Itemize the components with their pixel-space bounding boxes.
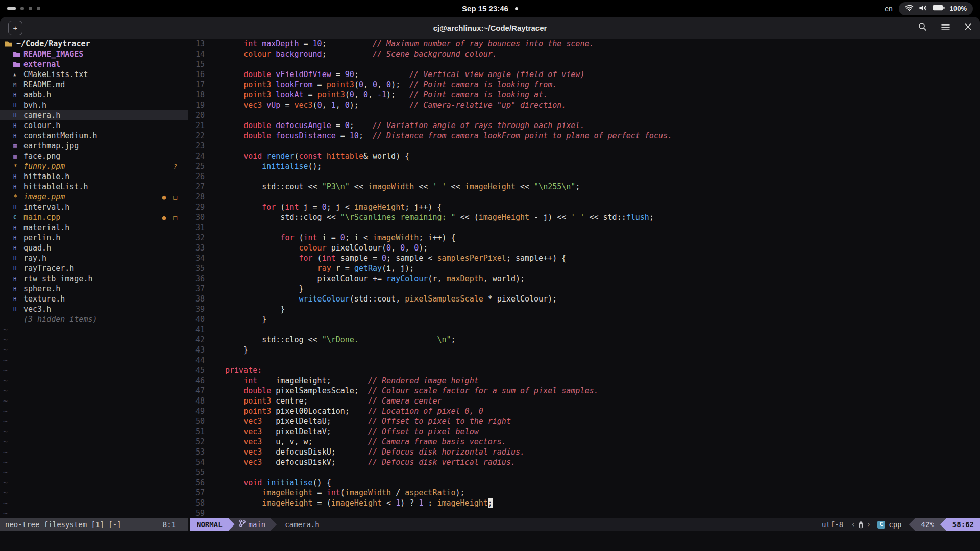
new-tab-button[interactable]: + [8, 21, 22, 35]
tree-item-external[interactable]: external [0, 59, 188, 69]
code-line[interactable]: 20 [188, 110, 980, 120]
tree-item-(3 hidden items)[interactable]: (3 hidden items) [0, 314, 188, 324]
system-status-menu[interactable]: 100% [899, 2, 973, 15]
tree-item-image.ppm[interactable]: *image.ppm● □ [0, 192, 188, 202]
tree-item-ray.h[interactable]: Hray.h [0, 253, 188, 263]
code-line[interactable]: 34 for (int sample = 0; sample < samples… [188, 253, 980, 263]
code-line[interactable]: 13 int maxDepth = 10; // Maximum number … [188, 39, 980, 49]
code-line[interactable]: 58 imageHeight = (imageHeight < 1) ? 1 :… [188, 498, 980, 508]
tree-item-hittableList.h[interactable]: HhittableList.h [0, 182, 188, 192]
tree-item-README.md[interactable]: MREADME.md [0, 80, 188, 90]
code-line[interactable]: 16 double vFieldOfView = 90; // Vertical… [188, 69, 980, 80]
code-line[interactable]: 50 vec3 pixelDeltaU; // Offset to pixel … [188, 416, 980, 427]
menu-icon[interactable] [941, 23, 950, 33]
neotree-statusline[interactable]: neo-tree filesystem [1] [-] 8:1 [0, 518, 188, 531]
code-line[interactable]: 45private: [188, 365, 980, 375]
workspace-dot[interactable] [29, 7, 32, 10]
code-line[interactable]: 15 [188, 59, 980, 69]
code-line[interactable]: 28 [188, 192, 980, 202]
code-line[interactable]: 39 } [188, 304, 980, 314]
clock-menu[interactable]: Sep 15 23:46 [462, 4, 518, 13]
tree-item-perlin.h[interactable]: Hperlin.h [0, 233, 188, 243]
code-line[interactable]: 36 pixelColour += rayColour(r, maxDepth,… [188, 273, 980, 284]
code-line[interactable]: 32 for (int i = 0; i < imageWidth; i++) … [188, 233, 980, 243]
tree-item-funny.ppm[interactable]: *funny.ppm? [0, 161, 188, 171]
code-line[interactable]: 18 point3 lookAt = point3(0, 0, -1); // … [188, 90, 980, 100]
close-icon[interactable] [964, 23, 972, 33]
code-line[interactable]: 35 ray r = getRay(i, j); [188, 263, 980, 273]
code-token [225, 90, 243, 99]
tree-item-vec3.h[interactable]: Hvec3.h [0, 304, 188, 314]
code-line[interactable]: 23 [188, 141, 980, 151]
code-line[interactable]: 46 int imageHeight; // Rendered image he… [188, 375, 980, 386]
code-line[interactable]: 47 double pixelSamplesScale; // Colour s… [188, 386, 980, 396]
code-line[interactable]: 29 for (int j = 0; j < imageHeight; j++)… [188, 202, 980, 212]
code-line[interactable]: 31 [188, 222, 980, 233]
code-token: << [516, 182, 534, 191]
code-line[interactable]: 53 vec3 defocusDiskU; // Defocus disk ho… [188, 447, 980, 457]
search-icon[interactable] [918, 22, 927, 33]
code-token: // Camera-relative "up" direction. [409, 101, 566, 110]
code-line[interactable]: 24 void render(const hittable& world) { [188, 151, 980, 161]
code-line[interactable]: 30 std::clog << "\rScanlines remaining: … [188, 212, 980, 222]
tree-item-quad.h[interactable]: Hquad.h [0, 243, 188, 253]
tree-item-texture.h[interactable]: Htexture.h [0, 294, 188, 304]
code-line[interactable]: 21 double defocusAngle = 0; // Variation… [188, 120, 980, 131]
tree-item-earthmap.jpg[interactable]: ▦earthmap.jpg [0, 141, 188, 151]
tree-item-main.cpp[interactable]: Cmain.cpp● □ [0, 212, 188, 222]
code-line[interactable]: 52 vec3 u, v, w; // Camera frame basis v… [188, 437, 980, 447]
code-line[interactable]: 41 [188, 324, 980, 335]
editor-pane[interactable]: 13 int maxDepth = 10; // Maximum number … [188, 39, 980, 518]
code-line[interactable]: 56 void initialise() { [188, 478, 980, 488]
tree-item-rayTracer.h[interactable]: HrayTracer.h [0, 263, 188, 273]
code-line[interactable]: 54 vec3 defocusDiskV; // Defocus disk ve… [188, 457, 980, 467]
code-token [271, 80, 276, 89]
keyboard-layout-indicator[interactable]: en [885, 5, 893, 13]
tree-item-hittable.h[interactable]: Hhittable.h [0, 171, 188, 182]
code-token: ; [451, 335, 456, 344]
code-line[interactable]: 59 [188, 508, 980, 518]
code-line[interactable]: 14 colour background; // Scene backgroun… [188, 49, 980, 59]
workspace-indicators[interactable] [7, 7, 40, 10]
tree-item-interval.h[interactable]: Hinterval.h [0, 202, 188, 212]
code-token: ( [276, 203, 285, 212]
command-line[interactable] [0, 531, 980, 551]
code-line[interactable]: 33 colour pixelColour(0, 0, 0); [188, 243, 980, 253]
tree-root-item[interactable]: ~/Code/Raytracer [0, 39, 188, 49]
code-line[interactable]: 40 } [188, 314, 980, 324]
code-token: // Point camera is looking at. [409, 90, 548, 99]
tree-item-CMakeLists.txt[interactable]: ▲CMakeLists.txt [0, 69, 188, 80]
code-line[interactable]: 38 writeColour(std::cout, pixelSamplesSc… [188, 294, 980, 304]
tree-item-face.png[interactable]: ▦face.png [0, 151, 188, 161]
tree-item-colour.h[interactable]: Hcolour.h [0, 120, 188, 131]
tree-item-aabb.h[interactable]: Haabb.h [0, 90, 188, 100]
tree-item-sphere.h[interactable]: Hsphere.h [0, 284, 188, 294]
linux-penguin-icon [858, 518, 864, 531]
code-line[interactable]: 55 [188, 467, 980, 478]
workspace-dot[interactable] [37, 7, 40, 10]
code-line[interactable]: 17 point3 lookFrom = point3(0, 0, 0); //… [188, 80, 980, 90]
workspace-active-indicator[interactable] [7, 7, 16, 10]
tree-item-bvh.h[interactable]: Hbvh.h [0, 100, 188, 110]
code-line[interactable]: 37 } [188, 284, 980, 294]
code-line[interactable]: 48 point3 centre; // Camera center [188, 396, 980, 406]
code-line[interactable]: 44 [188, 355, 980, 365]
tree-item-README_IMAGES[interactable]: README_IMAGES [0, 49, 188, 59]
code-line[interactable]: 57 imageHeight = int(imageWidth / aspect… [188, 488, 980, 498]
neo-tree-panel[interactable]: ~/Code/RaytracerREADME_IMAGESexternal▲CM… [0, 39, 188, 518]
tree-item-rtw_stb_image.h[interactable]: Hrtw_stb_image.h [0, 273, 188, 284]
tree-item-constantMedium.h[interactable]: HconstantMedium.h [0, 131, 188, 141]
code-line[interactable]: 19 vec3 vUp = vec3(0, 1, 0); // Camera-r… [188, 100, 980, 110]
code-line[interactable]: 25 initialise(); [188, 161, 980, 171]
code-line[interactable]: 26 [188, 171, 980, 182]
code-line[interactable]: 51 vec3 pixelDeltaV; // Offset to pixel … [188, 427, 980, 437]
tree-item-material.h[interactable]: Hmaterial.h [0, 222, 188, 233]
code-line[interactable]: 22 double focusDistance = 10; // Distanc… [188, 131, 980, 141]
workspace-dot[interactable] [20, 7, 24, 10]
tree-item-label: face.png [23, 152, 60, 161]
code-line[interactable]: 42 std::clog << "\rDone. \n"; [188, 335, 980, 345]
tree-item-camera.h[interactable]: Hcamera.h [0, 110, 188, 120]
code-line[interactable]: 27 std::cout << "P3\n" << imageWidth << … [188, 182, 980, 192]
code-line[interactable]: 43 } [188, 345, 980, 355]
code-line[interactable]: 49 point3 pixel00Location; // Location o… [188, 406, 980, 416]
